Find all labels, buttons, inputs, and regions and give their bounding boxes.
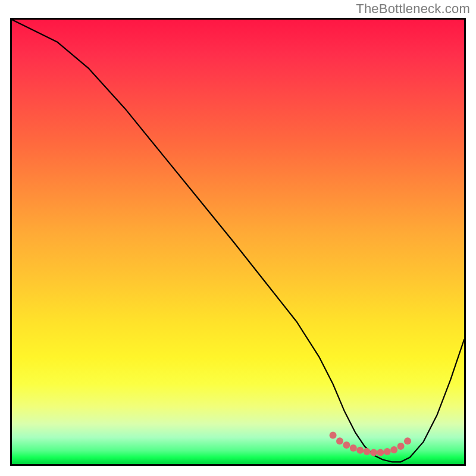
highlight-dot xyxy=(343,441,350,449)
highlight-dot xyxy=(336,437,343,444)
main-curve-line xyxy=(12,20,464,462)
chart-svg xyxy=(12,20,464,464)
highlight-dot xyxy=(404,437,411,444)
highlight-dot xyxy=(390,446,397,453)
highlight-dot xyxy=(370,449,377,456)
chart-frame xyxy=(10,18,466,466)
highlight-dot xyxy=(397,443,405,450)
highlight-dots-group xyxy=(330,431,411,456)
highlight-dot xyxy=(384,448,391,455)
watermark-text: TheBottleneck.com xyxy=(356,1,470,17)
highlight-dot xyxy=(330,431,337,439)
highlight-dot xyxy=(356,447,364,454)
highlight-dot xyxy=(350,444,357,452)
highlight-dot xyxy=(364,448,371,455)
highlight-dot xyxy=(377,449,384,456)
